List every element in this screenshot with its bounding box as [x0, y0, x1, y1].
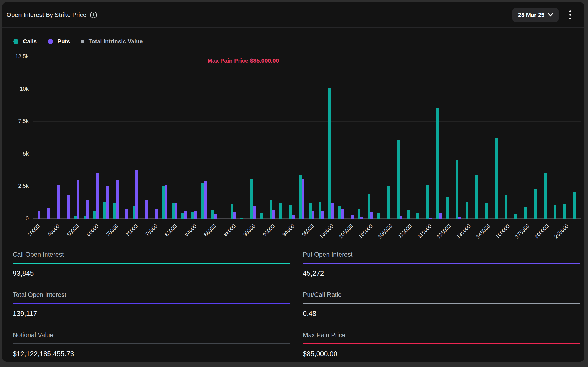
put-bar-103000[interactable]: [351, 215, 354, 219]
call-bar-140000[interactable]: [475, 175, 478, 219]
call-bar-170000[interactable]: [514, 214, 517, 219]
put-bar-78000[interactable]: [155, 209, 158, 219]
put-bar-94000[interactable]: [292, 215, 295, 219]
put-bar-30000[interactable]: [47, 208, 50, 219]
put-bar-85000[interactable]: [204, 181, 207, 219]
call-bar-90000[interactable]: [250, 179, 253, 219]
put-bar-55000[interactable]: [86, 200, 89, 219]
put-bar-92000[interactable]: [272, 210, 275, 219]
call-bar-145000[interactable]: [485, 203, 488, 219]
call-bar-92000[interactable]: [270, 200, 272, 219]
call-bar-175000[interactable]: [524, 207, 527, 219]
legend-item-total-intrinsic-value[interactable]: Total Intrinsic Value: [81, 38, 143, 45]
stat-label: Call Open Interest: [13, 251, 290, 258]
put-bar-40000[interactable]: [57, 185, 60, 219]
put-bar-96000[interactable]: [312, 211, 314, 219]
put-bar-84000[interactable]: [194, 211, 197, 219]
put-bar-20000[interactable]: [38, 211, 40, 219]
call-bar-150000[interactable]: [495, 138, 498, 219]
call-bar-130000[interactable]: [456, 160, 458, 219]
call-bar-106000[interactable]: [377, 213, 380, 219]
call-bar-93000[interactable]: [279, 203, 282, 219]
total-intrinsic-square-icon: [81, 40, 84, 43]
put-bar-60000[interactable]: [96, 173, 99, 219]
expiry-date-dropdown[interactable]: 28 Mar 25: [512, 8, 559, 22]
stat-underline: [13, 303, 290, 304]
x-axis-tick-125000: 125000: [436, 223, 452, 240]
x-axis-tick-103000: 103000: [338, 223, 354, 240]
call-bar-120000[interactable]: [436, 108, 439, 219]
gridline-2.5k: [33, 186, 581, 186]
call-bar-250000[interactable]: [563, 204, 566, 219]
call-bar-114000[interactable]: [416, 213, 419, 219]
put-bar-65000[interactable]: [106, 186, 109, 219]
call-bar-95000[interactable]: [299, 175, 302, 219]
call-bar-89000[interactable]: [240, 218, 243, 219]
call-bar-112000[interactable]: [407, 210, 410, 219]
put-bar-82000[interactable]: [175, 203, 177, 219]
put-bar-130000[interactable]: [458, 217, 461, 219]
call-bar-125000[interactable]: [446, 197, 449, 219]
call-bar-105000[interactable]: [368, 194, 370, 219]
put-bar-104000[interactable]: [360, 217, 363, 219]
call-bar-108000[interactable]: [387, 186, 390, 219]
put-bar-90000[interactable]: [253, 206, 256, 219]
call-bar-75000[interactable]: [133, 206, 135, 219]
legend-item-calls[interactable]: Calls: [13, 38, 37, 45]
call-bar-104000[interactable]: [358, 209, 360, 219]
call-bar-100000[interactable]: [328, 88, 331, 219]
put-bar-95000[interactable]: [302, 179, 304, 219]
put-bar-72000[interactable]: [125, 209, 128, 219]
call-bar-96000[interactable]: [309, 203, 312, 219]
put-bar-75000[interactable]: [135, 170, 138, 219]
put-bar-70000[interactable]: [116, 180, 119, 219]
kebab-menu-icon[interactable]: [568, 9, 572, 20]
max-pain-label: Max Pain Price $85,000.00: [207, 57, 279, 64]
x-axis-tick-84000: 84000: [183, 223, 198, 238]
put-bar-102000[interactable]: [341, 209, 344, 219]
call-bar-80000[interactable]: [162, 186, 165, 219]
put-bar-80000[interactable]: [165, 185, 167, 219]
put-bar-88000[interactable]: [233, 212, 236, 219]
call-bar-86000[interactable]: [211, 210, 214, 219]
call-bar-102000[interactable]: [338, 206, 341, 219]
put-bar-45000[interactable]: [67, 195, 70, 219]
call-bar-110000[interactable]: [397, 140, 400, 219]
put-bar-98000[interactable]: [321, 211, 324, 219]
call-bar-200000[interactable]: [544, 173, 547, 219]
info-icon[interactable]: i: [90, 12, 97, 18]
call-bar-91000[interactable]: [260, 213, 263, 219]
call-bar-84000[interactable]: [191, 212, 194, 219]
put-bar-76000[interactable]: [145, 200, 148, 219]
call-bar-50000[interactable]: [74, 216, 77, 219]
put-bar-86000[interactable]: [214, 214, 217, 219]
call-bar-135000[interactable]: [466, 202, 468, 219]
call-bar-88000[interactable]: [231, 204, 233, 219]
call-bar-98000[interactable]: [319, 202, 321, 219]
call-bar-115000[interactable]: [426, 185, 429, 219]
y-axis-tick-12.5k: 12.5k: [2, 53, 29, 60]
x-axis-tick-75000: 75000: [124, 223, 139, 238]
call-bar-55000[interactable]: [84, 216, 86, 219]
put-bar-120000[interactable]: [439, 213, 442, 219]
call-bar-70000[interactable]: [113, 203, 116, 219]
put-bar-100000[interactable]: [331, 203, 334, 219]
call-bar-94000[interactable]: [289, 205, 292, 219]
stat-underline: [13, 343, 290, 344]
legend-item-puts[interactable]: Puts: [48, 38, 70, 45]
call-bar-180000[interactable]: [534, 189, 537, 219]
put-bar-110000[interactable]: [400, 216, 402, 219]
call-bar-82000[interactable]: [172, 203, 175, 219]
call-bar-300000[interactable]: [573, 192, 576, 219]
put-bar-105000[interactable]: [370, 212, 373, 219]
put-bar-50000[interactable]: [77, 180, 79, 219]
call-bar-60000[interactable]: [93, 211, 96, 219]
x-axis-tick-20000: 20000: [26, 223, 41, 238]
put-bar-83000[interactable]: [184, 211, 187, 219]
call-bar-83000[interactable]: [181, 213, 184, 219]
call-bar-160000[interactable]: [505, 195, 507, 219]
call-bar-220000[interactable]: [554, 205, 556, 219]
stat-notional-value: Notional Value$12,122,185,455.73: [13, 331, 290, 358]
put-bar-115000[interactable]: [429, 218, 432, 219]
call-bar-65000[interactable]: [103, 202, 106, 219]
